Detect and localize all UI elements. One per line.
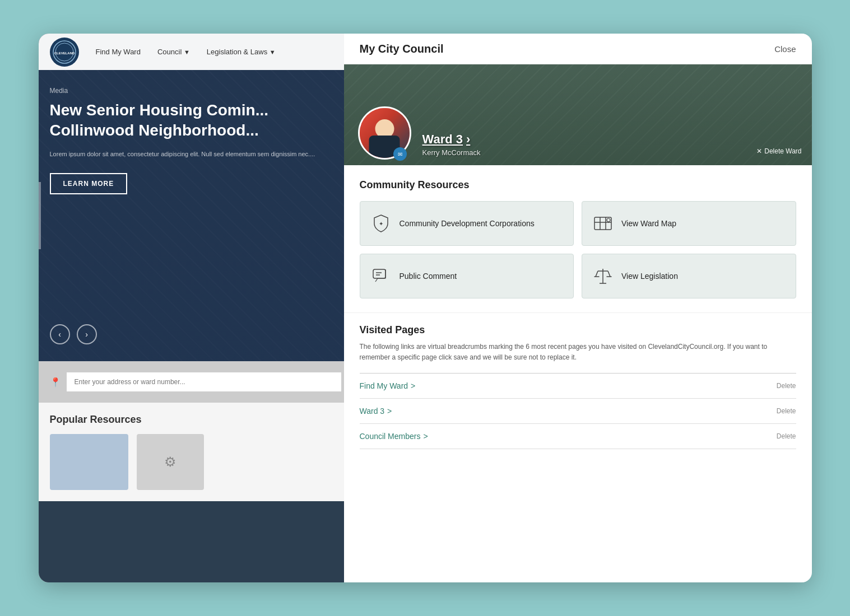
bg-popular-resources: Popular Resources ⚙ (39, 403, 352, 501)
visited-item-ward-3: Ward 3 > Delete (360, 399, 796, 424)
public-comment-label: Public Comment (400, 271, 457, 281)
address-search-input[interactable] (67, 372, 341, 391)
nav-find-my-ward[interactable]: Find My Ward (96, 48, 141, 56)
hero-body: Lorem ipsum dolor sit amet, consectetur … (50, 150, 341, 160)
location-icon: 📍 (50, 377, 61, 388)
visited-pages-list: Find My Ward > Delete Ward 3 > Delete (360, 373, 796, 449)
svg-line-14 (596, 271, 598, 277)
hero-category: Media (50, 87, 341, 95)
svg-point-8 (607, 218, 610, 222)
resource-card-ward-map[interactable]: View Ward Map (582, 201, 796, 246)
popular-card-1 (50, 434, 128, 490)
comment-icon (370, 265, 392, 287)
community-resources-title: Community Resources (360, 179, 796, 191)
x-icon: ✕ (756, 147, 762, 155)
scale-icon (592, 265, 614, 287)
outer-frame: CLEVELAND Find My Ward Council ▼ Legisla… (39, 34, 812, 582)
ward-info: Ward 3 › Kerry McCormack (344, 124, 812, 165)
resource-card-cdc[interactable]: ✦ Community Development Corporations (360, 201, 574, 246)
svg-text:✦: ✦ (379, 221, 383, 227)
ward-banner: ✉ Ward 3 › Kerry McCormack ✕ Delete Ward (344, 64, 812, 165)
bg-nav: CLEVELAND Find My Ward Council ▼ Legisla… (39, 34, 352, 70)
slider-next-button[interactable]: › (77, 324, 97, 344)
popular-resources-title: Popular Resources (50, 414, 341, 426)
bg-website: CLEVELAND Find My Ward Council ▼ Legisla… (39, 34, 352, 582)
slider-buttons: ‹ › (50, 324, 97, 344)
visited-link-council-members[interactable]: Council Members > (360, 432, 428, 441)
panel-title: My City Council (360, 43, 444, 55)
shield-icon: ✦ (370, 213, 392, 234)
nav-legislation[interactable]: Legislation & Laws ▼ (207, 48, 276, 56)
visited-link-ward-3[interactable]: Ward 3 > (360, 407, 392, 416)
bg-logo: CLEVELAND (50, 38, 79, 67)
visited-pages-title: Visited Pages (360, 324, 796, 336)
resource-grid: ✦ Community Development Corporations (360, 201, 796, 298)
delete-ward-button[interactable]: ✕ Delete Ward (756, 147, 801, 155)
svg-text:CLEVELAND: CLEVELAND (54, 52, 75, 55)
ward-name-block: Ward 3 › Kerry McCormack (422, 132, 481, 157)
visited-item-find-my-ward: Find My Ward > Delete (360, 374, 796, 399)
community-resources-section: Community Resources ✦ Community Developm… (344, 165, 812, 312)
panel-header: My City Council Close (344, 34, 812, 64)
nav-council[interactable]: Council ▼ (157, 48, 190, 56)
bg-hero: Media New Senior Housing Comin... Collin… (39, 70, 352, 361)
svg-rect-4 (594, 217, 611, 230)
visited-item-council-members: Council Members > Delete (360, 424, 796, 449)
my-city-council-panel: My City Council Close ✉ (344, 34, 812, 582)
delete-council-members-button[interactable]: Delete (777, 432, 796, 440)
hero-title: New Senior Housing Comin... Collinwood N… (50, 100, 341, 141)
svg-rect-9 (373, 269, 385, 278)
resource-card-public-comment[interactable]: Public Comment (360, 254, 574, 298)
legislation-label: View Legislation (621, 271, 678, 281)
panel-body: ✉ Ward 3 › Kerry McCormack ✕ Delete Ward (344, 64, 812, 582)
map-icon (592, 213, 614, 234)
popular-cards: ⚙ (50, 434, 341, 490)
slider-line (39, 182, 41, 249)
cdc-label: Community Development Corporations (400, 218, 535, 228)
bg-search-area: 📍 (39, 361, 352, 403)
ward-council-member: Kerry McCormack (422, 148, 481, 157)
ward-map-label: View Ward Map (621, 218, 676, 228)
learn-more-button[interactable]: LEARN MORE (50, 173, 128, 194)
delete-ward-3-button[interactable]: Delete (777, 407, 796, 415)
delete-find-my-ward-button[interactable]: Delete (777, 382, 796, 390)
close-button[interactable]: Close (774, 44, 796, 54)
resource-card-legislation[interactable]: View Legislation (582, 254, 796, 298)
svg-line-15 (608, 271, 610, 277)
visited-pages-section: Visited Pages The following links are vi… (344, 312, 812, 460)
ward-name-link[interactable]: Ward 3 › (422, 132, 481, 147)
visited-pages-description: The following links are virtual breadcru… (360, 342, 796, 363)
slider-prev-button[interactable]: ‹ (50, 324, 70, 344)
popular-card-2: ⚙ (137, 434, 204, 490)
visited-link-find-my-ward[interactable]: Find My Ward > (360, 381, 416, 390)
